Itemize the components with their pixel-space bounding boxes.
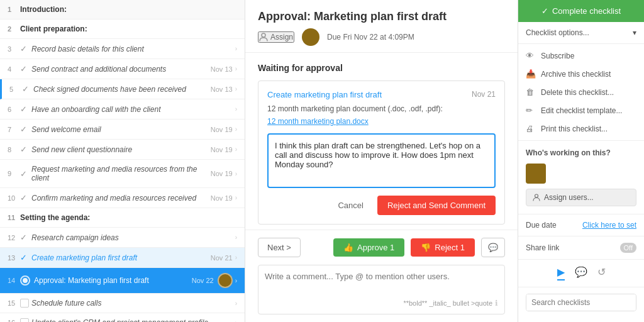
chevron-right-icon: › [235, 86, 237, 92]
assign-users-button[interactable]: Assign users... [526, 189, 636, 206]
sidebar-item-10[interactable]: 10 ✓ Confirm marketing and media resourc… [0, 188, 245, 208]
sidebar-item-15[interactable]: 15 Schedule future calls › [0, 294, 245, 313]
user-icon [259, 33, 268, 42]
sidebar-item-8[interactable]: 8 ✓ Send new client questionnaire Nov 19… [0, 140, 245, 160]
check-icon: ✓ [20, 104, 31, 114]
footer-actions: Next > 👍 Approve 1 👎 Reject 1 💬 [258, 238, 505, 257]
sidebar-item-16[interactable]: 16 Update client's CRM and project manag… [0, 313, 245, 322]
sidebar-item-13[interactable]: 13 ✓ Create marketing plan first draft N… [0, 248, 245, 268]
chevron-right-icon: › [235, 146, 237, 153]
reject-button[interactable]: 👎 Reject 1 [411, 238, 475, 257]
whos-working-title: Who's working on this? [526, 148, 636, 157]
chevron-right-icon: › [235, 277, 237, 284]
delete-menu-item[interactable]: 🗑 Delete this checklist... [518, 83, 644, 101]
waiting-for-approval-title: Waiting for approval [258, 63, 505, 73]
check-icon: ✓ [20, 145, 31, 154]
check-icon: ✓ [541, 6, 548, 16]
share-link-label: Share link [526, 243, 559, 252]
search-checklists-input[interactable] [526, 294, 636, 311]
due-date-label: Due date [526, 221, 557, 230]
share-link-row: Share link Off [518, 236, 644, 260]
sidebar-item-6[interactable]: 6 ✓ Have an onboarding call with the cli… [0, 99, 245, 119]
archive-menu-item[interactable]: 📥 Archive this checklist [518, 65, 644, 83]
check-icon: ✓ [22, 84, 33, 94]
play-icon[interactable]: ▶ [557, 266, 565, 280]
approval-circle-icon [20, 275, 30, 286]
print-icon: 🖨 [526, 124, 536, 133]
cancel-button[interactable]: Cancel [330, 197, 370, 214]
sidebar-item-3[interactable]: 3 ✓ Record basic details for this client… [0, 39, 245, 59]
eye-icon: 👁 [526, 51, 536, 60]
comment-icon[interactable]: 💬 [575, 266, 587, 280]
check-icon: ✓ [20, 64, 31, 74]
due-date-text: Due Fri Nov 22 at 4:09PM [327, 33, 414, 42]
help-row: Help [518, 318, 644, 322]
sidebar-item-5[interactable]: 5 ✓ Check signed documents have been rec… [0, 79, 245, 99]
sidebar-item-introduction[interactable]: 1 Introduction: [0, 0, 245, 19]
chevron-right-icon: › [235, 126, 237, 133]
sidebar-item-4[interactable]: 4 ✓ Send contract and additional documen… [0, 59, 245, 79]
edit-template-menu-item[interactable]: ✏ Edit checklist template... [518, 101, 644, 119]
user-avatar-panel [526, 164, 546, 184]
chevron-down-icon: ▾ [633, 28, 636, 37]
subscribe-menu-item[interactable]: 👁 Subscribe [518, 47, 644, 65]
whos-working-section: Who's working on this? Assign users... [518, 141, 644, 214]
edit-icon: ✏ [526, 106, 536, 115]
thumbs-up-icon: 👍 [343, 243, 353, 252]
sidebar-item-7[interactable]: 7 ✓ Send welcome email Nov 19 › [0, 119, 245, 140]
search-checklists-container [526, 294, 636, 311]
reject-send-button[interactable]: Reject and Send Comment [377, 196, 496, 215]
assign-button[interactable]: Assign [258, 31, 294, 43]
approve-button[interactable]: 👍 Approve 1 [333, 238, 404, 257]
chevron-right-icon: › [235, 106, 237, 113]
chevron-right-icon: › [235, 300, 237, 307]
comment-icon-button[interactable]: 💬 [481, 238, 505, 257]
comment-box [267, 133, 496, 188]
approval-card-title[interactable]: Create marketing plan first draft [267, 90, 382, 99]
sidebar: 1 Introduction: 2 Client preparation: 3 … [0, 0, 245, 322]
sidebar-item-12[interactable]: 12 ✓ Research campaign ideas › [0, 228, 245, 248]
chevron-right-icon: › [235, 234, 237, 241]
chevron-right-icon: › [235, 254, 237, 261]
user-icon [533, 194, 540, 201]
comment-input[interactable] [265, 272, 498, 297]
approval-card-date: Nov 21 [472, 90, 496, 99]
complete-checklist-button[interactable]: ✓ Complete checklist [518, 0, 644, 22]
svg-point-0 [262, 33, 265, 37]
sidebar-item-9[interactable]: 9 ✓ Request marketing and media resource… [0, 160, 245, 188]
check-icon: ✓ [20, 193, 31, 203]
sidebar-item-14[interactable]: 14 Approval: Marketing plan first draft … [0, 268, 245, 294]
check-icon: ✓ [20, 125, 31, 134]
print-menu-item[interactable]: 🖨 Print this checklist... [518, 119, 644, 138]
approval-card-subtitle: 12 month marketing plan document (.doc, … [267, 104, 496, 113]
activity-icons: ▶ 💬 ↺ [518, 260, 644, 287]
right-panel: ✓ Complete checklist Checklist options..… [518, 0, 644, 322]
sidebar-item-client-prep[interactable]: 2 Client preparation: [0, 19, 245, 39]
chevron-right-icon: › [235, 194, 237, 201]
approval-card: Create marketing plan first draft Nov 21… [258, 80, 505, 225]
comment-textarea[interactable] [275, 141, 488, 179]
checkbox-icon [20, 299, 29, 308]
approval-card-link[interactable]: 12 month marketing plan.docx [267, 117, 496, 126]
formatting-hints: **bold** _italic_ bullet >quote ℹ [265, 299, 498, 308]
chevron-right-icon: › [235, 65, 237, 72]
main-header: Approval: Marketing plan first draft Ass… [245, 0, 518, 53]
thumbs-down-icon: 👎 [421, 243, 431, 252]
main-body: Waiting for approval Create marketing pl… [245, 53, 518, 230]
checkbox-icon [20, 318, 29, 322]
sidebar-item-agenda[interactable]: 11 Setting the agenda: [0, 208, 245, 228]
comment-input-area: **bold** _italic_ bullet >quote ℹ [258, 265, 505, 314]
check-icon: ✓ [20, 233, 31, 242]
page-title: Approval: Marketing plan first draft [258, 10, 505, 23]
next-button[interactable]: Next > [258, 238, 301, 257]
checklist-options-dropdown[interactable]: Checklist options... ▾ [518, 22, 644, 44]
share-link-toggle[interactable]: Off [620, 243, 636, 253]
approval-actions: Cancel Reject and Send Comment [267, 196, 496, 215]
trash-icon: 🗑 [526, 87, 536, 97]
check-icon: ✓ [20, 253, 31, 262]
history-icon[interactable]: ↺ [597, 266, 606, 280]
check-icon: ✓ [20, 44, 31, 53]
info-icon: ℹ [495, 299, 498, 308]
click-here-to-set-link[interactable]: Click here to set [582, 221, 636, 230]
archive-icon: 📥 [526, 69, 536, 79]
